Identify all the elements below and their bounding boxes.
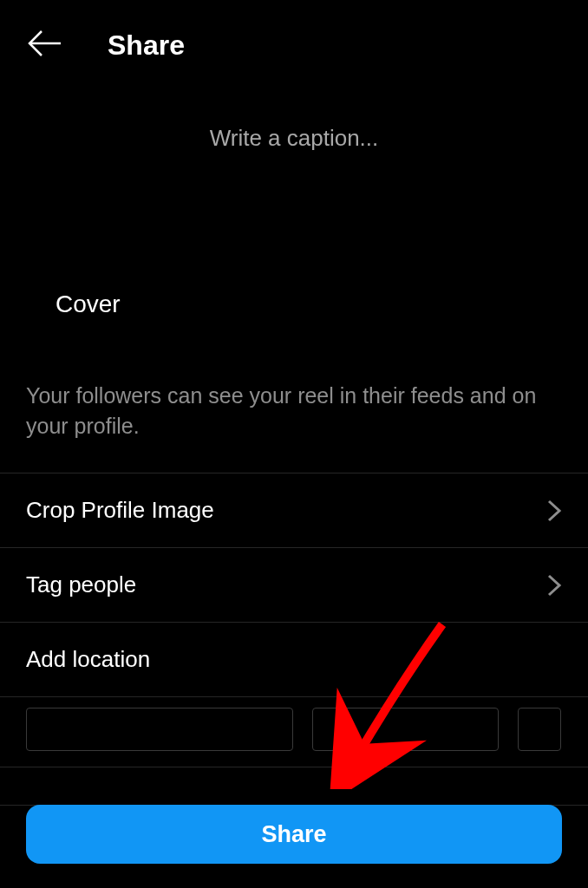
visibility-info: Your followers can see your reel in thei… xyxy=(0,318,588,473)
options-list: Crop Profile Image Tag people Add locati… xyxy=(0,473,588,806)
add-location-row[interactable]: Add location xyxy=(0,623,588,697)
share-button-container: Share xyxy=(0,805,588,864)
location-chip[interactable] xyxy=(518,708,561,751)
location-suggestions xyxy=(0,697,588,767)
option-label: Tag people xyxy=(26,571,136,598)
tag-people-row[interactable]: Tag people xyxy=(0,548,588,623)
caption-placeholder: Write a caption... xyxy=(210,125,379,151)
location-chip[interactable] xyxy=(26,708,293,751)
option-label: Add location xyxy=(26,646,150,673)
page-title: Share xyxy=(108,29,185,62)
caption-input[interactable]: Write a caption... xyxy=(0,83,588,160)
cover-label: Cover xyxy=(56,291,121,317)
location-chip[interactable] xyxy=(312,708,499,751)
crop-profile-image-row[interactable]: Crop Profile Image xyxy=(0,473,588,548)
spacer xyxy=(0,767,588,806)
share-button[interactable]: Share xyxy=(26,805,562,864)
back-button[interactable] xyxy=(26,24,64,66)
chevron-right-icon xyxy=(546,499,562,523)
arrow-left-icon xyxy=(26,24,64,66)
header: Share xyxy=(0,0,588,83)
cover-button[interactable]: Cover xyxy=(0,160,588,318)
chevron-right-icon xyxy=(546,573,562,597)
option-label: Crop Profile Image xyxy=(26,497,214,524)
